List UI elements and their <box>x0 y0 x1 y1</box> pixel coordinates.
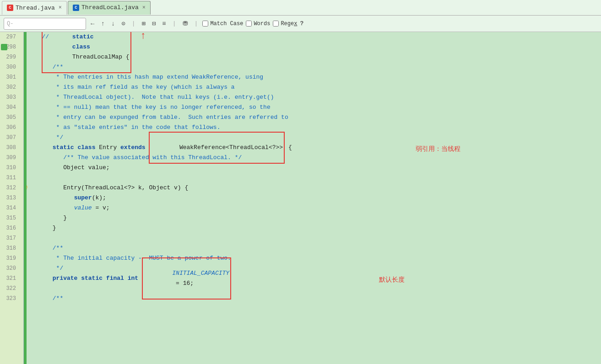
red-arrow-indicator: ↓ <box>140 32 146 42</box>
ln-314: 314 <box>0 203 20 213</box>
editor-container: 297 298 299 300 301 302 303 304 305 306 … <box>0 32 601 364</box>
ln-323: 323 <box>0 294 20 304</box>
code-text: } <box>31 213 67 223</box>
code-line-302: * its main ref field as the key (which i… <box>31 82 601 92</box>
code-text2: = v; <box>92 203 110 213</box>
search-next-btn[interactable]: ↓ <box>109 19 117 28</box>
ln-298: 298 <box>0 42 20 52</box>
search-prefix: Q- <box>7 21 13 27</box>
code-capacity: INITIAL_CAPACITY <box>172 270 229 277</box>
search-find-btn[interactable]: ⊙ <box>119 19 127 28</box>
code-kw-static3: static <box>81 273 106 284</box>
ln-307: 307 <box>0 133 20 143</box>
code-line-301: * The entries in this hash map extend We… <box>31 72 601 82</box>
code-text: /** <box>31 294 63 304</box>
code-text: * == null) mean that the key is no longe… <box>31 102 271 112</box>
ln-312: 312 <box>0 183 20 193</box>
code-text <box>31 42 42 52</box>
code-line-307: */ <box>31 133 601 143</box>
help-btn[interactable]: ? <box>300 20 303 27</box>
code-line-300: /** <box>31 62 601 72</box>
at-icon: @ <box>27 183 27 193</box>
code-line-299 <box>31 52 601 62</box>
ln-311: 311 <box>0 173 20 183</box>
search-input[interactable] <box>15 20 70 27</box>
ln-299: 299 <box>0 52 20 62</box>
regex-option[interactable]: Regex <box>273 21 297 27</box>
code-line-306: * as "stale entries" in the code that fo… <box>31 123 601 133</box>
match-case-option[interactable]: Match Case <box>202 21 243 27</box>
ln-319: 319 <box>0 253 20 263</box>
tab-threadlocal[interactable]: C ThreadLocal.java × <box>68 1 151 15</box>
code-kw-class: class <box>72 43 94 50</box>
ln-322: 322 <box>0 284 20 294</box>
code-line-315: } <box>31 213 601 223</box>
code-text2: (k); <box>92 193 106 203</box>
words-checkbox[interactable] <box>246 21 252 27</box>
ln-321: 321 <box>0 273 20 284</box>
code-kw-extends: extends <box>120 143 149 153</box>
code-kw-private: private <box>31 273 81 284</box>
code-text: * its main ref field as the key (which i… <box>31 82 235 92</box>
code-line-310: Object value; <box>31 163 601 173</box>
search-bar: Q- ← ↑ ↓ ⊙ | ⊞ ⊟ ≡ | ⛃ | Match Case Word… <box>0 16 601 32</box>
code-kw-static: static <box>72 33 97 40</box>
ln-318: 318 <box>0 243 20 253</box>
divider1: | <box>132 20 135 27</box>
annotation-default-length: 默认长度 <box>379 274 405 284</box>
tab-thread-label: Thread.java <box>16 5 55 11</box>
regex-label: Regex <box>281 21 297 27</box>
code-kw-static2: static <box>31 143 77 153</box>
search-opt1-btn[interactable]: ⊞ <box>140 19 147 28</box>
code-text <box>31 203 74 213</box>
tab-threadlocal-close[interactable]: × <box>142 5 146 11</box>
code-line-316: } <box>31 223 601 233</box>
code-text: } <box>31 223 56 233</box>
search-filter-btn[interactable]: ⛃ <box>181 19 190 28</box>
ln-297: 297 <box>0 32 20 42</box>
code-value: value <box>74 203 92 213</box>
code-kw-final: final <box>106 273 128 284</box>
ln-300: 300 <box>0 62 20 72</box>
regex-checkbox[interactable] <box>273 21 279 27</box>
search-back-btn[interactable]: ← <box>89 19 96 28</box>
code-line-320: */ <box>31 263 601 273</box>
words-option[interactable]: Words <box>246 21 270 27</box>
code-line-314: value = v; <box>31 203 601 213</box>
divider2: | <box>173 20 176 27</box>
code-text: Object value; <box>31 163 110 173</box>
code-text: */ <box>31 133 63 143</box>
ln-313: 313 <box>0 193 20 203</box>
search-opt3-btn[interactable]: ≡ <box>160 19 168 28</box>
tab-thread[interactable]: C Thread.java × <box>2 1 67 15</box>
code-line-318: /** <box>31 243 601 253</box>
code-line-313: super (k); <box>31 193 601 203</box>
ln-320: 320 <box>0 263 20 273</box>
ln-316: 316 <box>0 223 20 233</box>
code-kw-class2: class <box>77 143 99 153</box>
code-area[interactable]: // static class ThreadLocalMap { /** * T… <box>27 32 601 364</box>
code-brace: { <box>285 143 292 153</box>
code-line-308: static class Entry extends WeakReference… <box>31 143 601 153</box>
code-line-305: * entry can be expunged from table. Such… <box>31 112 601 123</box>
ln-305: 305 <box>0 112 20 123</box>
ln-317: 317 <box>0 233 20 243</box>
code-kw-int: int <box>128 273 142 284</box>
search-prev-btn[interactable]: ↑ <box>99 19 106 28</box>
search-input-wrap[interactable]: Q- <box>4 18 86 30</box>
code-line-309: /** The value associated with this Threa… <box>31 153 601 163</box>
match-case-checkbox[interactable] <box>202 21 208 27</box>
words-label: Words <box>254 21 270 27</box>
code-text: * as "stale entries" in the code that fo… <box>31 123 220 133</box>
code-line-298: static class ThreadLocalMap { <box>31 42 601 52</box>
code-text: /** The value associated with this Threa… <box>31 153 242 163</box>
ln-309: 309 <box>0 153 20 163</box>
code-line-303: * ThreadLocal object). Note that null ke… <box>31 92 601 102</box>
tab-thread-close[interactable]: × <box>59 5 62 11</box>
code-text: /** <box>31 243 63 253</box>
thread-tab-icon: C <box>7 5 13 11</box>
search-opt2-btn[interactable]: ⊟ <box>150 19 157 28</box>
code-line-323: /** <box>31 294 601 304</box>
ln-304: 304 <box>0 102 20 112</box>
ln-315: 315 <box>0 213 20 223</box>
